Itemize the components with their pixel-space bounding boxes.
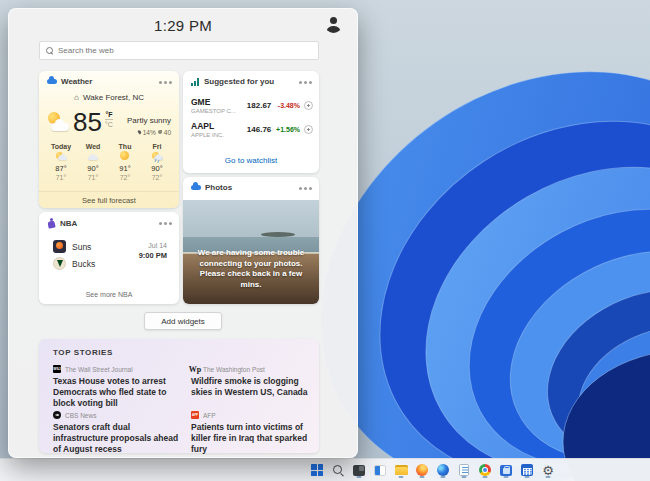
go-to-watchlist-link[interactable]: Go to watchlist [183, 156, 319, 165]
bucks-logo-icon [53, 257, 66, 270]
story-source: The Washington Post [203, 366, 265, 373]
taskbar-search-button[interactable] [331, 462, 345, 478]
stocks-more-options-icon[interactable] [304, 81, 307, 84]
calendar-icon [521, 464, 533, 476]
news-story[interactable]: CBS News Senators craft dual infrastruct… [53, 411, 179, 455]
web-search-bar[interactable] [39, 41, 319, 60]
forecast-day[interactable]: Thu 91° 72° [109, 143, 141, 187]
panel-clock: 1:29 PM [9, 17, 357, 34]
story-headline: Wildfire smoke is clogging skies in West… [191, 376, 317, 398]
weather-more-options-icon[interactable] [164, 81, 167, 84]
nba-player-icon [47, 218, 56, 228]
stock-row[interactable]: AAPL APPLE INC. 146.76 +1.56% [191, 117, 313, 141]
photos-widget[interactable]: Photos We are having some trouble connec… [183, 177, 319, 304]
edge-icon [437, 464, 449, 476]
widgets-panel: 1:29 PM Weather ⌂ Wake Forest, NC 85 °F … [8, 8, 358, 458]
air-quality-value: 40 [164, 129, 171, 136]
notepad-icon [459, 464, 469, 476]
stock-name: GAMESTOP C... [191, 108, 241, 114]
showers-icon [151, 151, 163, 161]
settings-button[interactable]: ⚙ [541, 462, 555, 478]
forecast-day[interactable]: Today 87° 71° [45, 143, 77, 187]
weather-location: ⌂ Wake Forest, NC [39, 93, 179, 102]
edge-button[interactable] [436, 462, 450, 478]
stock-price: 182.67 [241, 101, 272, 110]
store-icon [500, 465, 512, 476]
stocks-widget[interactable]: Suggested for you GME GAMESTOP C... 182.… [183, 71, 319, 173]
story-headline: Senators craft dual infrastructure propo… [53, 422, 179, 455]
add-to-watchlist-icon[interactable] [304, 101, 313, 110]
taskbar: ⚙ [0, 458, 650, 481]
stock-name: APPLE INC. [191, 132, 241, 138]
see-full-forecast-link[interactable]: See full forecast [39, 191, 179, 208]
wsj-logo-icon: WSJ [53, 365, 61, 373]
photos-error-message: We are having some trouble connecting to… [189, 248, 313, 291]
cbs-eye-logo-icon [53, 411, 61, 419]
forecast-day[interactable]: Fri 90° 72° [141, 143, 173, 187]
story-source: AFP [203, 412, 216, 419]
game-time: 9:00 PM [139, 251, 167, 260]
team-name: Suns [72, 242, 91, 252]
file-explorer-button[interactable] [394, 462, 408, 478]
team-name: Bucks [72, 259, 95, 269]
stock-change: -3.48% [271, 102, 300, 109]
sunny-icon [119, 151, 131, 161]
chrome-icon [479, 464, 491, 476]
washington-post-logo-icon: Wp [191, 365, 199, 373]
home-icon: ⌂ [74, 93, 79, 102]
add-widgets-button[interactable]: Add widgets [144, 312, 222, 330]
partly-sunny-icon [55, 151, 67, 161]
folder-icon [395, 465, 408, 476]
photos-widget-title: Photos [191, 183, 232, 192]
precipitation-value: 14% [143, 129, 156, 136]
precipitation-icon [137, 130, 142, 135]
calendar-button[interactable] [520, 462, 534, 478]
widgets-icon [374, 465, 386, 476]
stock-symbol: AAPL [191, 121, 241, 131]
search-input[interactable] [58, 46, 312, 55]
forecast-day[interactable]: Wed 90° 71° [77, 143, 109, 187]
nba-more-options-icon[interactable] [164, 222, 167, 225]
search-icon [46, 47, 53, 54]
start-button[interactable] [310, 462, 324, 478]
photos-more-options-icon[interactable] [304, 187, 307, 190]
notepad-button[interactable] [457, 462, 471, 478]
stock-chart-icon [191, 78, 200, 86]
current-temperature: 85 [73, 109, 102, 135]
air-quality-icon [158, 130, 162, 134]
search-icon [333, 465, 343, 475]
cloudy-icon [87, 151, 99, 161]
avatar-person-icon [330, 17, 337, 24]
nba-widget[interactable]: NBA Suns Bucks Jul 14 9:00 PM See more N… [39, 212, 179, 304]
stock-row[interactable]: GME GAMESTOP C... 182.67 -3.48% [191, 93, 313, 117]
top-stories-header: TOP STORIES [53, 348, 113, 357]
afp-logo-icon: AFP [191, 411, 199, 419]
windows-logo-icon [311, 464, 323, 476]
weather-condition: Partly sunny [127, 116, 171, 125]
story-headline: Texas House votes to arrest Democrats wh… [53, 376, 179, 409]
firefox-button[interactable] [415, 462, 429, 478]
story-source: CBS News [65, 412, 96, 419]
see-more-nba-link[interactable]: See more NBA [39, 291, 179, 298]
suns-logo-icon [53, 240, 66, 253]
gear-icon: ⚙ [542, 464, 554, 477]
chrome-button[interactable] [478, 462, 492, 478]
news-story[interactable]: WSJ The Wall Street Journal Texas House … [53, 365, 179, 409]
weather-widget-title: Weather [47, 77, 92, 86]
store-button[interactable] [499, 462, 513, 478]
task-view-button[interactable] [352, 462, 366, 478]
user-avatar[interactable] [325, 16, 342, 33]
news-story[interactable]: Wp The Washington Post Wildfire smoke is… [191, 365, 317, 398]
news-story[interactable]: AFP AFP Patients turn into victims of ki… [191, 411, 317, 455]
widgets-button[interactable] [373, 462, 387, 478]
nba-widget-title: NBA [47, 218, 77, 228]
beach-photo: We are having some trouble connecting to… [183, 200, 319, 304]
add-to-watchlist-icon[interactable] [304, 125, 313, 134]
task-view-icon [353, 465, 365, 476]
photos-cloud-icon [191, 185, 201, 190]
firefox-icon [416, 464, 428, 476]
game-date: Jul 14 [139, 242, 167, 249]
top-stories-card[interactable]: TOP STORIES WSJ The Wall Street Journal … [39, 339, 319, 453]
weather-widget[interactable]: Weather ⌂ Wake Forest, NC 85 °F °C Partl… [39, 71, 179, 208]
unit-toggle[interactable]: °F °C [105, 111, 113, 128]
